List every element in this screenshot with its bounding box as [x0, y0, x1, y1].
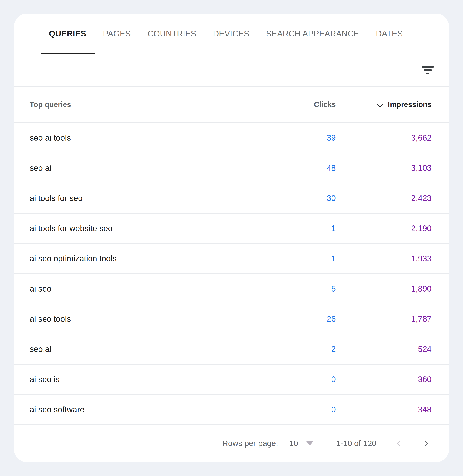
clicks-cell: 5: [280, 284, 336, 293]
impressions-cell: 1,933: [336, 254, 432, 263]
tab-queries-label: QUERIES: [49, 29, 86, 38]
impressions-cell: 1,787: [336, 314, 432, 323]
query-cell: seo.ai: [30, 344, 280, 354]
query-cell: ai seo optimization tools: [30, 254, 280, 263]
column-header-impressions-label: Impressions: [388, 100, 432, 109]
table-row[interactable]: ai seo optimization tools 1 1,933: [14, 244, 449, 274]
impressions-cell: 3,662: [336, 133, 432, 143]
rows-per-page-select[interactable]: 10: [289, 439, 298, 448]
tab-devices[interactable]: DEVICES: [205, 14, 258, 54]
previous-page-button[interactable]: [393, 438, 404, 449]
arrow-down-icon: [376, 100, 384, 109]
table-row[interactable]: ai seo is 0 360: [14, 365, 449, 395]
pagination-range-label: 1-10 of 120: [336, 439, 376, 448]
filter-bar-bottom: [426, 73, 429, 74]
tab-dates-label: DATES: [376, 29, 403, 38]
table-row[interactable]: ai tools for seo 30 2,423: [14, 183, 449, 214]
column-header-impressions[interactable]: Impressions: [336, 100, 432, 109]
clicks-cell: 0: [280, 405, 336, 414]
table-row[interactable]: ai tools for website seo 1 2,190: [14, 214, 449, 244]
column-header-clicks[interactable]: Clicks: [280, 100, 336, 109]
query-cell: seo ai tools: [30, 133, 280, 143]
clicks-cell: 0: [280, 375, 336, 384]
rows-per-page-label: Rows per page:: [222, 439, 278, 448]
table-row[interactable]: ai seo tools 26 1,787: [14, 304, 449, 334]
impressions-cell: 1,890: [336, 284, 432, 293]
table-row[interactable]: ai seo software 0 348: [14, 395, 449, 425]
dropdown-arrow-icon[interactable]: [306, 441, 313, 445]
chevron-left-icon: [393, 438, 404, 449]
query-cell: ai seo software: [30, 405, 280, 414]
tab-devices-label: DEVICES: [213, 29, 249, 38]
tab-dates[interactable]: DATES: [367, 14, 411, 54]
tab-queries[interactable]: QUERIES: [41, 14, 95, 54]
query-cell: ai seo: [30, 284, 280, 293]
clicks-cell: 48: [280, 163, 336, 173]
next-page-button[interactable]: [421, 438, 432, 449]
table-row[interactable]: seo.ai 2 524: [14, 334, 449, 365]
clicks-cell: 1: [280, 254, 336, 263]
performance-report-card: QUERIES PAGES COUNTRIES DEVICES SEARCH A…: [14, 14, 449, 462]
tab-pages[interactable]: PAGES: [95, 14, 139, 54]
impressions-cell: 524: [336, 344, 432, 354]
impressions-cell: 360: [336, 375, 432, 384]
impressions-cell: 2,423: [336, 194, 432, 203]
query-cell: ai seo is: [30, 375, 280, 384]
tab-search-appearance-label: SEARCH APPEARANCE: [266, 29, 359, 38]
dimension-tabs: QUERIES PAGES COUNTRIES DEVICES SEARCH A…: [14, 14, 449, 54]
impressions-cell: 3,103: [336, 163, 432, 173]
table-row[interactable]: seo ai tools 39 3,662: [14, 123, 449, 153]
table-toolbar: [14, 54, 449, 87]
clicks-cell: 1: [280, 224, 336, 233]
clicks-cell: 2: [280, 344, 336, 354]
chevron-right-icon: [421, 438, 432, 449]
query-cell: ai tools for website seo: [30, 224, 280, 233]
clicks-cell: 39: [280, 133, 336, 143]
filter-bar-top: [422, 66, 434, 68]
column-header-queries[interactable]: Top queries: [30, 100, 280, 109]
impressions-cell: 348: [336, 405, 432, 414]
query-cell: ai seo tools: [30, 314, 280, 323]
clicks-cell: 26: [280, 314, 336, 323]
query-cell: seo ai: [30, 163, 280, 173]
impressions-cell: 2,190: [336, 224, 432, 233]
tab-countries[interactable]: COUNTRIES: [139, 14, 205, 54]
filter-bar-middle: [424, 70, 432, 71]
table-pagination: Rows per page: 10 1-10 of 120: [14, 425, 449, 462]
filter-list-icon[interactable]: [422, 66, 434, 74]
tab-countries-label: COUNTRIES: [147, 29, 196, 38]
query-cell: ai tools for seo: [30, 194, 280, 203]
table-header-row: Top queries Clicks Impressions: [14, 87, 449, 123]
clicks-cell: 30: [280, 194, 336, 203]
tab-search-appearance[interactable]: SEARCH APPEARANCE: [258, 14, 367, 54]
table-row[interactable]: ai seo 5 1,890: [14, 274, 449, 304]
table-row[interactable]: seo ai 48 3,103: [14, 153, 449, 183]
tab-pages-label: PAGES: [103, 29, 131, 38]
